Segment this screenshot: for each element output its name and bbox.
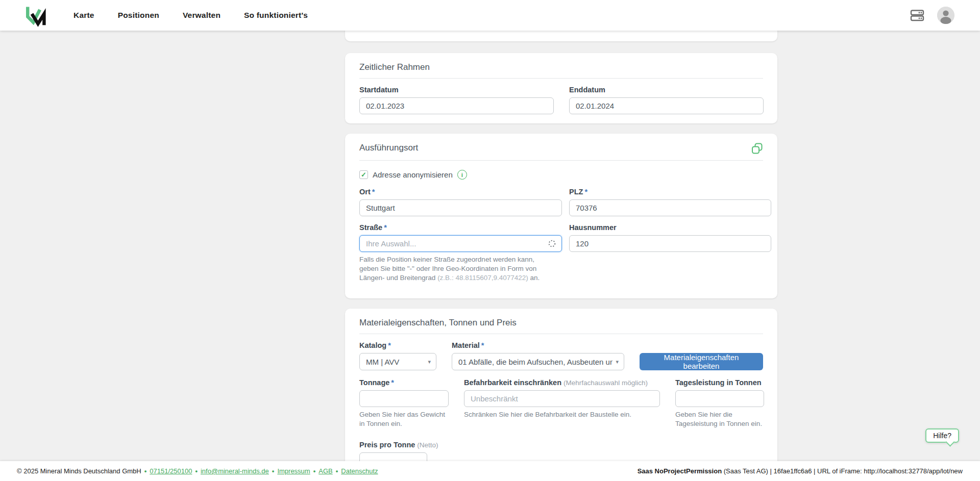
katalog-label: Katalog* xyxy=(359,341,436,349)
footer-left: © 2025 Mineral Minds Deutschland GmbH • … xyxy=(17,467,378,475)
nav-right-icons xyxy=(910,7,954,24)
separator-dot: • xyxy=(195,467,198,475)
strasse-field-group: Straße* Falls die Position keiner Straße… xyxy=(359,223,562,283)
material-label: Material* xyxy=(452,341,624,349)
material-field-group: Material* 01 Abfälle, die beim Aufsuchen… xyxy=(452,341,624,370)
loading-spinner-icon xyxy=(548,240,556,249)
separator-dot: • xyxy=(144,467,147,475)
strasse-helper-text: Falls die Position keiner Straße zugeord… xyxy=(359,255,549,283)
help-button[interactable]: Hilfe? xyxy=(925,428,959,443)
required-marker: * xyxy=(388,341,391,349)
section-title: Materialeigenschaften, Tonnen und Preis xyxy=(359,318,763,328)
footer-link-agb[interactable]: AGB xyxy=(318,467,332,475)
tagesleistung-input[interactable] xyxy=(675,390,764,407)
required-marker: * xyxy=(384,223,387,232)
tonnage-label: Tonnage* xyxy=(359,378,449,387)
section-title: Zeitlicher Rahmen xyxy=(359,62,763,72)
startdatum-label: Startdatum xyxy=(359,86,554,94)
befahrbarkeit-field-group: Befahrbarkeit einschränken (Mehrfachausw… xyxy=(464,378,660,428)
preis-label: Preis pro Tonne (Netto) xyxy=(359,441,427,449)
section-ausfuehrungsort: Ausführungsort ✓ Adresse anonymisieren i… xyxy=(345,134,777,298)
ort-field-group: Ort* xyxy=(359,188,562,216)
footer-link-email[interactable]: info@mineral-minds.de xyxy=(201,467,269,475)
tonnage-helper-text: Geben Sie hier das Gewicht in Tonnen ein… xyxy=(359,410,449,428)
chevron-down-icon: ▾ xyxy=(616,359,619,365)
divider xyxy=(359,78,763,79)
separator-dot: • xyxy=(313,467,316,475)
footer: © 2025 Mineral Minds Deutschland GmbH • … xyxy=(0,461,980,481)
strasse-input[interactable] xyxy=(359,235,562,252)
befahrbarkeit-label: Befahrbarkeit einschränken (Mehrfachausw… xyxy=(464,378,660,387)
katalog-field-group: Katalog* MM | AVV ▾ xyxy=(359,341,436,370)
nav-item-positionen[interactable]: Positionen xyxy=(118,11,159,20)
katalog-select[interactable]: MM | AVV ▾ xyxy=(359,353,436,370)
user-avatar-icon[interactable] xyxy=(937,7,954,24)
hausnummer-field-group: Hausnummer xyxy=(569,223,771,283)
section-title: Ausführungsort xyxy=(359,143,418,153)
section-materialeigenschaften: Materialeigenschaften, Tonnen und Preis … xyxy=(345,309,777,477)
enddatum-field-group: Enddatum xyxy=(569,86,764,114)
strasse-label: Straße* xyxy=(359,223,562,232)
hausnummer-label: Hausnummer xyxy=(569,223,771,232)
required-marker: * xyxy=(584,188,587,196)
edit-material-properties-button[interactable]: Materialeigenschaften bearbeiten xyxy=(640,353,763,370)
plz-input[interactable] xyxy=(569,199,771,216)
separator-dot: • xyxy=(272,467,275,475)
anonymize-label: Adresse anonymisieren xyxy=(373,170,453,179)
anonymize-checkbox[interactable]: ✓ xyxy=(359,170,368,179)
tonnage-field-group: Tonnage* Geben Sie hier das Gewicht in T… xyxy=(359,378,449,428)
copy-icon[interactable] xyxy=(751,143,763,155)
tonnage-input[interactable] xyxy=(359,390,449,407)
main-nav: Karte Positionen Verwalten So funktionie… xyxy=(74,11,308,20)
server-icon[interactable] xyxy=(910,8,925,23)
section-zeitlicher-rahmen: Zeitlicher Rahmen Startdatum Enddatum xyxy=(345,53,777,123)
footer-session-info: Saas NoProjectPermission (Saas Test AG) … xyxy=(638,467,963,475)
footer-link-datenschutz[interactable]: Datenschutz xyxy=(341,467,378,475)
mineral-minds-logo-icon[interactable] xyxy=(22,3,47,28)
required-marker: * xyxy=(391,378,394,387)
required-marker: * xyxy=(372,188,375,196)
befahrbarkeit-input[interactable] xyxy=(464,390,660,407)
nav-item-so-funktionierts[interactable]: So funktioniert's xyxy=(244,11,308,20)
tagesleistung-label: Tagesleistung in Tonnen xyxy=(675,378,764,387)
divider xyxy=(359,160,763,161)
startdatum-input[interactable] xyxy=(359,97,554,114)
hausnummer-input[interactable] xyxy=(569,235,771,252)
ort-label: Ort* xyxy=(359,188,562,196)
info-icon[interactable]: i xyxy=(457,170,467,180)
divider xyxy=(359,334,763,334)
top-navbar: Karte Positionen Verwalten So funktionie… xyxy=(0,0,980,31)
required-marker: * xyxy=(481,341,484,349)
plz-label: PLZ* xyxy=(569,188,771,196)
tagesleistung-helper-text: Geben Sie hier die Tagesleistung in Tonn… xyxy=(675,410,764,428)
ort-input[interactable] xyxy=(359,199,562,216)
nav-item-karte[interactable]: Karte xyxy=(74,11,94,20)
material-select[interactable]: 01 Abfälle, die beim Aufsuchen, Ausbeute… xyxy=(452,353,624,370)
separator-dot: • xyxy=(336,467,338,475)
footer-link-impressum[interactable]: Impressum xyxy=(277,467,310,475)
copyright-text: © 2025 Mineral Minds Deutschland GmbH xyxy=(17,467,141,475)
enddatum-label: Enddatum xyxy=(569,86,764,94)
tagesleistung-field-group: Tagesleistung in Tonnen Geben Sie hier d… xyxy=(675,378,764,428)
enddatum-input[interactable] xyxy=(569,97,764,114)
nav-item-verwalten[interactable]: Verwalten xyxy=(183,11,220,20)
footer-link-phone[interactable]: 07151/250100 xyxy=(150,467,192,475)
befahrbarkeit-helper-text: Schränken Sie hier die Befahrbarkeit der… xyxy=(464,410,660,419)
chevron-down-icon: ▾ xyxy=(428,359,431,365)
plz-field-group: PLZ* xyxy=(569,188,771,216)
startdatum-field-group: Startdatum xyxy=(359,86,554,114)
